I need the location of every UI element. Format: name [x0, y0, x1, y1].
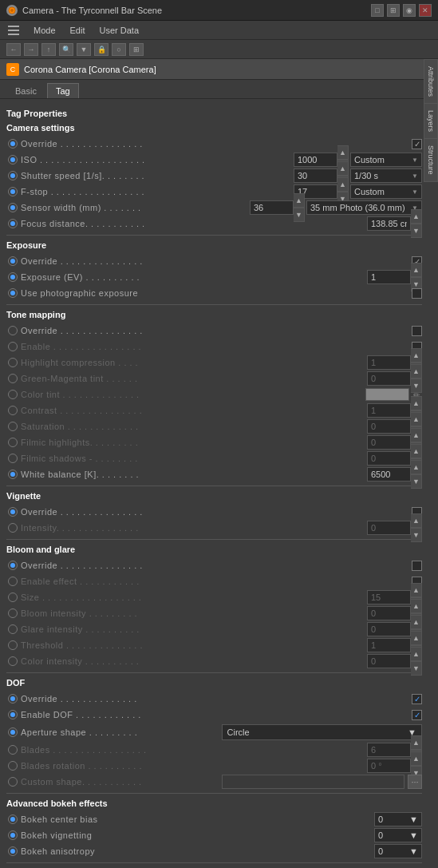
custom-shape-field[interactable]	[222, 775, 405, 789]
enable-dof-radio[interactable]	[8, 710, 18, 719]
fstop-radio[interactable]	[8, 187, 18, 196]
photographic-checkbox[interactable]	[412, 288, 422, 299]
iso-radio[interactable]	[8, 155, 18, 164]
menu-userdata[interactable]: User Data	[93, 24, 146, 37]
sensor-radio[interactable]	[8, 203, 18, 212]
bokeh-center-dropdown[interactable]: 0 ▼	[374, 812, 422, 826]
contrast-radio[interactable]	[8, 406, 18, 415]
bloom-size-radio[interactable]	[8, 593, 18, 602]
white-balance-up[interactable]: ▲	[411, 460, 422, 474]
bokeh-anisotropy-radio[interactable]	[8, 846, 18, 856]
bokeh-vignetting-radio[interactable]	[8, 830, 18, 840]
filmic-shadows-up[interactable]: ▲	[411, 444, 422, 458]
bloom-enable-radio[interactable]	[8, 577, 18, 586]
camera-override-radio[interactable]	[8, 139, 18, 149]
focus-input[interactable]: 138.85 cm	[367, 216, 411, 231]
hamburger-icon[interactable]	[6, 23, 21, 38]
menu-mode[interactable]: Mode	[27, 24, 62, 37]
tone-enable-radio[interactable]	[8, 342, 18, 351]
color-intensity-input[interactable]: 0	[367, 654, 411, 668]
vig-intensity-up[interactable]: ▲	[411, 513, 422, 528]
close-icon[interactable]: ✕	[419, 4, 432, 17]
dof-override-checkbox[interactable]	[412, 694, 422, 704]
gm-tint-up[interactable]: ▲	[411, 364, 422, 379]
vig-intensity-radio[interactable]	[8, 523, 18, 533]
saturation-radio[interactable]	[8, 422, 18, 431]
record-icon[interactable]: ◉	[403, 4, 416, 17]
enable-dof-checkbox[interactable]	[412, 710, 422, 720]
bokeh-center-radio[interactable]	[8, 814, 18, 824]
dof-override-radio[interactable]	[8, 694, 18, 704]
vig-intensity-input[interactable]: 0	[367, 521, 411, 535]
glare-intensity-radio[interactable]	[8, 624, 18, 634]
nav-filter[interactable]: ▼	[77, 43, 91, 56]
nav-expand[interactable]: ⊞	[129, 43, 144, 56]
vig-override-radio[interactable]	[8, 507, 18, 517]
highlight-up[interactable]: ▲	[411, 348, 422, 363]
filmic-highlights-radio[interactable]	[8, 438, 18, 447]
color-intensity-radio[interactable]	[8, 656, 18, 666]
color-intensity-down[interactable]: ▼	[411, 661, 422, 676]
nav-back[interactable]: ←	[6, 43, 21, 56]
threshold-up[interactable]: ▲	[411, 631, 422, 645]
glare-intensity-up[interactable]: ▲	[411, 615, 422, 629]
exp-override-radio[interactable]	[8, 256, 18, 266]
blades-radio[interactable]	[8, 745, 18, 755]
square-icon[interactable]: □	[371, 4, 384, 17]
aperture-radio[interactable]	[8, 727, 18, 737]
exp-ev-up[interactable]: ▲	[411, 263, 422, 277]
saturation-up[interactable]: ▲	[411, 412, 422, 426]
nav-up[interactable]: ↑	[41, 43, 56, 56]
color-intensity-up[interactable]: ▲	[411, 647, 422, 661]
gm-tint-radio[interactable]	[8, 374, 18, 383]
blades-rotation-input[interactable]: 0 °	[367, 759, 411, 773]
shutter-up[interactable]: ▲	[337, 161, 349, 176]
right-tab-structure[interactable]: Structure	[424, 138, 438, 182]
custom-shape-browse[interactable]: ···	[408, 775, 422, 789]
focus-down[interactable]: ▼	[411, 224, 422, 238]
white-balance-down[interactable]: ▼	[411, 474, 422, 489]
right-tab-layers[interactable]: Layers	[424, 103, 438, 138]
fstop-up[interactable]: ▲	[337, 177, 349, 192]
filmic-shadows-radio[interactable]	[8, 454, 18, 463]
gm-tint-input[interactable]: 0	[367, 371, 411, 386]
tab-basic[interactable]: Basic	[6, 83, 45, 98]
right-tab-attributes[interactable]: Attributes	[424, 59, 438, 103]
white-balance-radio[interactable]	[8, 470, 18, 479]
grid-icon[interactable]: ⊞	[387, 4, 400, 17]
exp-ev-radio[interactable]	[8, 272, 18, 282]
bloom-override-radio[interactable]	[8, 561, 18, 570]
menu-edit[interactable]: Edit	[64, 24, 92, 37]
nav-lock[interactable]: 🔒	[94, 43, 109, 56]
shutter-radio[interactable]	[8, 171, 18, 180]
vig-intensity-down[interactable]: ▼	[411, 528, 422, 542]
contrast-up[interactable]: ▲	[411, 396, 422, 410]
iso-up[interactable]: ▲	[337, 145, 349, 160]
bokeh-anisotropy-dropdown[interactable]: 0 ▼	[374, 844, 422, 858]
exp-ev-input[interactable]: 1	[367, 270, 411, 284]
focus-radio[interactable]	[8, 219, 18, 228]
white-balance-input[interactable]: 6500	[367, 467, 411, 482]
highlight-radio[interactable]	[8, 358, 18, 367]
tone-override-radio[interactable]	[8, 326, 18, 335]
bokeh-vignetting-dropdown[interactable]: 0 ▼	[374, 828, 422, 842]
color-tint-radio[interactable]	[8, 390, 18, 399]
threshold-radio[interactable]	[8, 640, 18, 650]
nav-circle[interactable]: ○	[112, 43, 126, 56]
nav-forward[interactable]: →	[24, 43, 38, 56]
bloom-intensity-up[interactable]: ▲	[411, 599, 422, 613]
tab-tag[interactable]: Tag	[47, 83, 79, 98]
bloom-override-checkbox[interactable]	[412, 561, 422, 571]
photographic-radio[interactable]	[8, 288, 18, 298]
blades-up[interactable]: ▲	[411, 735, 422, 750]
blades-rotation-radio[interactable]	[8, 761, 18, 771]
tone-override-checkbox[interactable]	[412, 326, 422, 336]
sensor-input[interactable]: 36	[250, 200, 294, 215]
sensor-up[interactable]: ▲	[294, 193, 305, 208]
bloom-intensity-radio[interactable]	[8, 608, 18, 618]
filmic-highlights-up[interactable]: ▲	[411, 428, 422, 442]
blades-rotation-up[interactable]: ▲	[411, 751, 422, 766]
focus-up[interactable]: ▲	[411, 209, 422, 224]
bloom-size-up[interactable]: ▲	[411, 583, 422, 597]
custom-shape-radio[interactable]	[8, 777, 18, 787]
